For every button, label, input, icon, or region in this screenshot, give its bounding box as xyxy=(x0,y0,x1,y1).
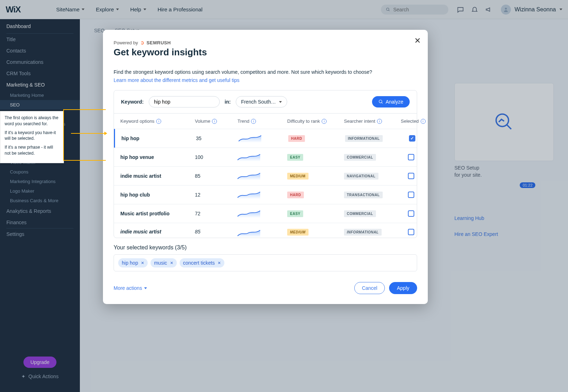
keyword-chip: hip hop✕ xyxy=(118,258,148,267)
table-row: Music artist protfolio72EASYCOMMERCIAL xyxy=(114,204,417,223)
keyword-cell: Music artist protfolio xyxy=(120,211,191,216)
info-icon[interactable]: i xyxy=(251,119,256,124)
remove-chip-icon[interactable]: ✕ xyxy=(170,261,173,265)
selected-keywords-section: Your selected keywords (3/5) hip hop✕mus… xyxy=(114,244,417,271)
difficulty-badge: HARD xyxy=(288,135,305,142)
svg-point-5 xyxy=(379,100,382,103)
semrush-flame-icon: ➲ xyxy=(140,40,144,45)
chevron-down-icon xyxy=(144,287,147,289)
more-actions-dropdown[interactable]: More actions xyxy=(114,285,147,291)
keyword-cell: hip hop xyxy=(121,136,192,141)
location-select[interactable]: French Souther… xyxy=(236,96,287,107)
keyword-chip: concert tickets✕ xyxy=(180,258,224,267)
chevron-down-icon xyxy=(279,101,282,103)
remove-chip-icon[interactable]: ✕ xyxy=(218,261,221,265)
trend-sparkline xyxy=(237,172,260,180)
trend-sparkline xyxy=(239,134,261,143)
volume-cell: 72 xyxy=(195,211,234,216)
difficulty-badge: MEDIUM xyxy=(287,173,308,180)
intent-badge: NAVIGATIONAL xyxy=(344,173,378,180)
learn-more-link[interactable]: Learn more about the different metrics a… xyxy=(114,77,417,83)
keyword-cell: hip hop club xyxy=(120,192,191,198)
table-row: hip hop venue100EASYCOMMERCIAL xyxy=(114,148,417,166)
select-checkbox[interactable] xyxy=(409,135,415,142)
trend-sparkline xyxy=(237,209,260,218)
table-row: hip hop club12HARDTRANSACTIONAL xyxy=(114,185,417,204)
trend-sparkline xyxy=(237,191,260,199)
keyword-insights-modal: ✕ Powered by ➲ SEMRUSH Get keyword insig… xyxy=(103,30,428,304)
intent-badge: COMMERCIAL xyxy=(344,210,376,217)
table-row: hip hop35HARDINFORMATIONAL xyxy=(114,129,417,148)
volume-cell: 85 xyxy=(195,229,234,234)
keyword-cell: indie music artist xyxy=(120,229,191,234)
close-icon[interactable]: ✕ xyxy=(414,36,421,45)
volume-cell: 12 xyxy=(195,192,234,198)
intent-badge: INFORMATIONAL xyxy=(345,135,383,142)
select-checkbox[interactable] xyxy=(408,192,414,198)
volume-cell: 85 xyxy=(195,173,234,179)
volume-cell: 35 xyxy=(196,136,235,141)
analyze-button[interactable]: Analyze xyxy=(372,96,410,107)
apply-button[interactable]: Apply xyxy=(389,282,417,294)
select-checkbox[interactable] xyxy=(408,173,414,179)
info-icon[interactable]: i xyxy=(212,119,217,124)
info-icon[interactable]: i xyxy=(421,119,426,124)
keyword-input[interactable] xyxy=(149,96,220,107)
volume-cell: 100 xyxy=(195,154,234,160)
intent-badge: TRANSACTIONAL xyxy=(344,192,383,198)
select-checkbox[interactable] xyxy=(408,210,414,217)
modal-title: Get keyword insights xyxy=(114,47,417,58)
keyword-chip: music✕ xyxy=(151,258,177,267)
annotation-callout: The first option is always the word you … xyxy=(0,111,64,163)
remove-chip-icon[interactable]: ✕ xyxy=(141,261,144,265)
selected-keywords-label: Your selected keywords (3/5) xyxy=(114,244,417,251)
keyword-label: Keyword: xyxy=(121,99,144,105)
info-icon[interactable]: i xyxy=(322,119,327,124)
in-label: in: xyxy=(225,99,231,105)
intent-badge: INFORMATIONAL xyxy=(344,229,382,236)
table-row: indie music artist85MEDIUMNAVIGATIONAL xyxy=(114,166,417,185)
powered-by: Powered by ➲ SEMRUSH xyxy=(114,40,417,45)
keyword-analyze-panel: Keyword: in: French Souther… Analyze Key… xyxy=(114,90,417,238)
keyword-cell: hip hop venue xyxy=(120,154,191,160)
difficulty-badge: HARD xyxy=(287,192,304,198)
difficulty-badge: EASY xyxy=(287,210,303,217)
keyword-table-header: Keyword optionsi Volumei Trendi Difficul… xyxy=(114,113,417,129)
selected-keyword-chips: hip hop✕music✕concert tickets✕ xyxy=(114,254,417,271)
trend-sparkline xyxy=(237,229,260,237)
select-checkbox[interactable] xyxy=(408,154,414,160)
search-icon xyxy=(378,99,383,104)
intent-badge: COMMERCIAL xyxy=(344,154,376,161)
table-row: indie music artist85MEDIUMINFORMATIONAL xyxy=(114,223,417,238)
svg-line-6 xyxy=(382,103,383,104)
info-icon[interactable]: i xyxy=(156,119,161,124)
difficulty-badge: EASY xyxy=(287,154,303,161)
cancel-button[interactable]: Cancel xyxy=(354,282,385,294)
info-icon[interactable]: i xyxy=(377,119,382,124)
select-checkbox[interactable] xyxy=(408,229,414,235)
difficulty-badge: MEDIUM xyxy=(287,229,308,236)
trend-sparkline xyxy=(237,153,260,161)
modal-description: Find the strongest keyword options using… xyxy=(114,68,417,76)
keyword-cell: indie music artist xyxy=(120,173,191,179)
